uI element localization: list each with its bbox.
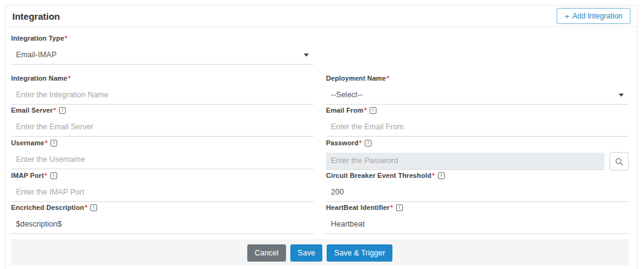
label-text: Username (11, 139, 44, 147)
deployment-name-select[interactable]: --Select-- (326, 87, 629, 105)
username-label: Username* i (11, 139, 314, 147)
integration-name-label: Integration Name* (11, 74, 314, 82)
circuit-breaker-threshold-label: Circuit Breaker Event Threshold* i (326, 172, 629, 179)
imap-port-label: IMAP Port* i (11, 172, 314, 179)
plus-icon: + (565, 12, 570, 20)
info-icon[interactable]: i (50, 140, 57, 147)
integration-card: Integration + Add Integration Integratio… (5, 5, 638, 269)
info-icon[interactable]: i (396, 204, 403, 211)
page-title: Integration (12, 11, 60, 22)
search-icon (614, 157, 624, 166)
required-asterisk: * (364, 106, 367, 114)
email-from-input[interactable] (326, 119, 629, 137)
label-text: Email From (326, 106, 364, 114)
deployment-name-label: Deployment Name* (326, 74, 629, 82)
field-imap-port: IMAP Port* i (11, 172, 314, 204)
selected-value: --Select-- (331, 90, 362, 99)
required-asterisk: * (432, 172, 434, 179)
label-text: IMAP Port (11, 172, 44, 179)
required-asterisk: * (65, 34, 67, 42)
label-text: Integration Type (11, 34, 64, 42)
heartbeat-identifier-label: HeartBeat Identifier* i (326, 204, 629, 211)
label-text: Circuit Breaker Event Threshold (326, 172, 431, 179)
field-encriched-description: Encriched Description* i (11, 204, 314, 238)
field-email-server: Email Server* i (11, 106, 314, 139)
required-asterisk: * (54, 106, 56, 114)
password-input[interactable] (326, 153, 605, 170)
label-text: Deployment Name (326, 74, 386, 82)
add-integration-label: Add Integration (573, 12, 622, 20)
card-header: Integration + Add Integration (6, 6, 637, 27)
encriched-description-label: Encriched Description* i (11, 204, 314, 211)
integration-name-input[interactable] (11, 87, 314, 105)
required-asterisk: * (45, 139, 47, 147)
required-asterisk: * (44, 172, 47, 179)
field-username: Username* i (11, 139, 314, 172)
heartbeat-identifier-input[interactable] (326, 217, 629, 234)
save-button[interactable]: Save (290, 244, 323, 262)
required-asterisk: * (68, 74, 70, 82)
field-email-from: Email From* i (326, 106, 629, 139)
email-server-label: Email Server* i (11, 106, 314, 114)
label-text: HeartBeat Identifier (326, 204, 389, 211)
empty-cell (326, 34, 629, 74)
selected-value: Email-IMAP (16, 50, 57, 59)
info-icon[interactable]: i (370, 107, 376, 114)
email-server-input[interactable] (11, 119, 314, 137)
integration-type-label: Integration Type* (11, 34, 314, 42)
required-asterisk: * (390, 204, 392, 211)
label-text: Encriched Description (11, 204, 84, 211)
username-input[interactable] (11, 152, 314, 169)
chevron-down-icon (304, 54, 309, 57)
required-asterisk: * (359, 139, 362, 147)
field-deployment-name: Deployment Name* --Select-- (326, 74, 629, 106)
integration-form: Integration Type* Email-IMAP Integration… (6, 27, 637, 238)
password-search-button[interactable] (610, 152, 629, 171)
chevron-down-icon (619, 94, 624, 97)
label-text: Password (326, 139, 359, 147)
imap-port-input[interactable] (11, 185, 314, 202)
integration-type-select[interactable]: Email-IMAP (11, 47, 314, 65)
info-icon[interactable]: i (90, 204, 97, 211)
info-icon[interactable]: i (365, 140, 372, 147)
circuit-breaker-threshold-input[interactable] (326, 185, 629, 202)
field-password: Password* i (326, 139, 629, 172)
field-heartbeat-identifier: HeartBeat Identifier* i (326, 204, 629, 238)
password-label: Password* i (326, 139, 629, 147)
required-asterisk: * (85, 204, 87, 211)
field-integration-type: Integration Type* Email-IMAP (11, 34, 314, 74)
field-circuit-breaker-threshold: Circuit Breaker Event Threshold* i (326, 172, 629, 204)
label-text: Email Server (11, 106, 53, 114)
email-from-label: Email From* i (326, 106, 629, 114)
field-integration-name: Integration Name* (11, 74, 314, 106)
add-integration-button[interactable]: + Add Integration (557, 8, 630, 24)
info-icon[interactable]: i (50, 172, 57, 179)
cancel-button[interactable]: Cancel (247, 244, 286, 262)
save-and-trigger-button[interactable]: Save & Trigger (327, 244, 392, 262)
required-asterisk: * (386, 74, 389, 82)
info-icon[interactable]: i (438, 172, 445, 179)
info-icon[interactable]: i (59, 107, 66, 114)
form-footer: Cancel Save Save & Trigger (11, 239, 629, 265)
label-text: Integration Name (11, 74, 67, 82)
encriched-description-input[interactable] (11, 217, 314, 234)
